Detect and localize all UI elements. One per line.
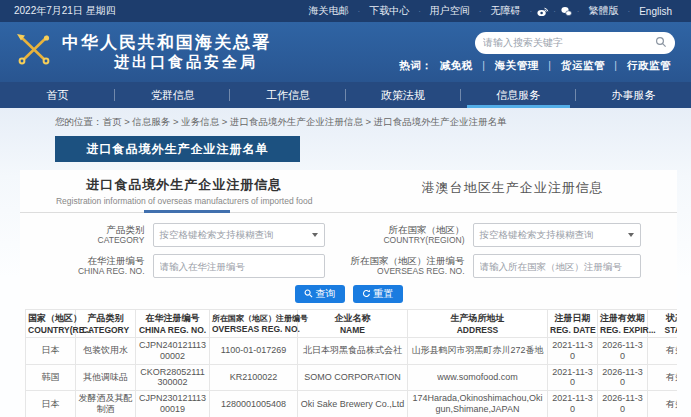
search-icon[interactable] [655,34,667,52]
site-title-line1: 中华人民共和国海关总署 [62,32,271,53]
nav-item-policies[interactable]: 政策法规 [346,82,461,108]
divider: | [546,59,553,71]
tab-subtitle: Registration information of overseas man… [20,196,349,206]
tab-hk-macao-taiwan[interactable]: 港澳台地区生产企业注册信息 [349,176,678,212]
lang-traditional-chinese[interactable]: 繁體版 [584,4,624,18]
tab-overseas-manufacturers[interactable]: 进口食品境外生产企业注册信息 Registration information … [20,176,349,212]
weibo-icon[interactable] [536,5,549,18]
hotword-link[interactable]: 货运监管 [557,59,609,71]
refresh-icon [362,289,371,300]
lang-english[interactable]: English [634,6,677,17]
china-reg-no-label: 在华注册编号 CHINA REG. NO. [57,254,145,278]
table-header-row: 国家（地区）COUNTRY(RE... 产品类别CATEGORY 在华注册编号C… [26,310,678,338]
nav-item-party-info[interactable]: 党群信息 [115,82,230,108]
col-country: 国家（地区）COUNTRY(RE... [26,310,76,338]
chevron-down-icon [312,233,318,237]
overseas-reg-no-label: 所在国家（地区）注册编号 OVERSEAS REG. NO. [333,254,465,278]
site-title-line2: 进出口食品安全局 [62,53,271,72]
category-select[interactable]: 按空格键检索支持模糊查询 [153,223,325,247]
nav-item-home[interactable]: 首页 [0,82,115,108]
divider: | [480,59,487,71]
registry-tabs: 进口食品境外生产企业注册信息 Registration information … [20,170,677,213]
nav-item-service[interactable]: 办事服务 [576,82,691,108]
col-reg-date: 注册日期REG. DATE [548,310,598,338]
site-brand: 中华人民共和国海关总署 进出口食品安全局 [14,32,271,72]
hotwords-label: 热词： [399,59,432,71]
link-customs-email[interactable]: 海关电邮 [303,4,353,18]
tab-title: 进口食品境外生产企业注册信息 [20,176,349,194]
table-row: 日本 发酵酒及其配制酒 CJPN23012111300019 128000100… [26,391,678,417]
results-table-wrap: 国家（地区）COUNTRY(RE... 产品类别CATEGORY 在华注册编号C… [25,309,677,417]
china-reg-no-field[interactable] [153,254,325,278]
current-date: 2022年7月21日 星期四 [14,4,116,18]
divider: · [418,7,421,16]
results-table: 国家（地区）COUNTRY(RE... 产品类别CATEGORY 在华注册编号C… [25,309,677,417]
customs-emblem-logo [14,32,54,72]
divider: | [612,59,619,71]
site-search-box[interactable] [475,32,675,54]
divider: · [553,7,556,16]
registry-list-banner-button[interactable]: 进口食品境外生产企业注册名单 [55,136,300,162]
link-user-space[interactable]: 用户空间 [425,4,475,18]
breadcrumb: 您的位置：首页 > 信息服务 > 业务信息 > 进口食品境外生产企业注册信息 >… [0,108,691,129]
query-button[interactable]: 查询 [295,285,345,303]
overseas-reg-no-field[interactable] [473,254,641,278]
wechat-icon[interactable] [560,5,573,18]
table-row: 韩国 其他调味品 CKOR28052111300002 KR2100022 SO… [26,364,678,391]
col-china-reg-no: 在华注册编号CHINA REG. NO. [136,310,210,338]
overseas-reg-no-input[interactable] [480,261,634,272]
col-category: 产品类别CATEGORY [76,310,136,338]
tab-title: 港澳台地区生产企业注册信息 [349,176,678,197]
hotwords-bar: 热词： 减免税 | 海关管理 | 货运监管 | 行政监管 [399,59,675,73]
col-reg-expiry: 注册有效期REG. EXPIR... [598,310,648,338]
site-header: 中华人民共和国海关总署 进出口食品安全局 热词： 减免税 | 海关管理 | 货运… [0,22,691,82]
top-utility-bar: 2022年7月21日 星期四 海关电邮 · 下载中心 · 用户空间 · 无障碍 … [0,0,691,22]
divider: · [628,7,631,16]
china-reg-no-input[interactable] [160,261,318,272]
nav-item-info-service[interactable]: 信息服务 [461,82,576,108]
nav-item-work-info[interactable]: 工作信息 [230,82,345,108]
hotword-link[interactable]: 行政监管 [623,59,675,71]
divider: · [479,7,482,16]
search-icon [304,289,313,300]
form-actions: 查询 重置 [20,280,677,309]
query-form: 产品类别 CATEGORY 按空格键检索支持模糊查询 所在国家（地区） COUN… [20,213,677,280]
divider: · [577,7,580,16]
hotword-link[interactable]: 海关管理 [491,59,543,71]
country-select[interactable]: 按空格键检索支持模糊查询 [473,223,641,247]
main-nav: 首页 党群信息 工作信息 政策法规 信息服务 办事服务 [0,82,691,108]
col-address: 生产场所地址ADDRESS [408,310,548,338]
divider: · [530,7,533,16]
hotword-link[interactable]: 减免税 [436,59,477,71]
link-accessibility[interactable]: 无障碍 [486,4,526,18]
table-row: 日本 包装饮用水 CJPN24012111300002 1100-01-0172… [26,338,678,365]
divider: · [357,7,360,16]
reset-button[interactable]: 重置 [353,285,403,303]
col-overseas-reg-no: 所在国家（地区）注册编号OVERSEAS REG. NO. [210,310,298,338]
site-search-input[interactable] [483,37,655,48]
chevron-down-icon [628,233,634,237]
page-content: 您的位置：首页 > 信息服务 > 业务信息 > 进口食品境外生产企业注册信息 >… [0,108,691,417]
registry-card: 进口食品境外生产企业注册信息 Registration information … [20,170,677,417]
col-name: 企业名称NAME [298,310,408,338]
category-label: 产品类别 CATEGORY [57,223,145,247]
link-download-center[interactable]: 下载中心 [364,4,414,18]
country-label: 所在国家（地区） COUNTRY(REGION) [333,223,465,247]
